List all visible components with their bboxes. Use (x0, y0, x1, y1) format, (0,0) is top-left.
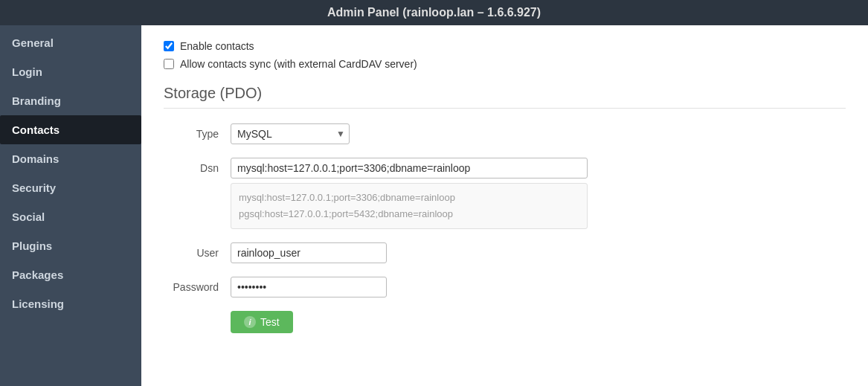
app-header: Admin Panel (rainloop.lan – 1.6.6.927) (0, 0, 868, 25)
sidebar-item-packages[interactable]: Packages (0, 260, 141, 289)
sidebar-item-branding[interactable]: Branding (0, 86, 141, 115)
test-control-wrap: i Test (231, 311, 588, 333)
sidebar-item-licensing[interactable]: Licensing (0, 289, 141, 318)
main-content: Enable contacts Allow contacts sync (wit… (141, 25, 868, 386)
sidebar: GeneralLoginBrandingContactsDomainsSecur… (0, 25, 141, 386)
password-group: Password (164, 277, 846, 297)
dsn-hints: mysql:host=127.0.0.1;port=3306;dbname=ra… (231, 183, 588, 229)
type-select-wrapper[interactable]: MySQL PostgreSQL SQLite ▼ (231, 123, 350, 144)
user-group: User (164, 242, 846, 263)
dsn-group: Dsn mysql:host=127.0.0.1;port=3306;dbnam… (164, 158, 846, 229)
dsn-hint-1: mysql:host=127.0.0.1;port=3306;dbname=ra… (239, 190, 579, 206)
enable-contacts-checkbox[interactable] (164, 41, 174, 51)
dsn-control-wrap: mysql:host=127.0.0.1;port=3306;dbname=ra… (231, 158, 588, 229)
user-control-wrap (231, 242, 588, 263)
header-title: Admin Panel (rainloop.lan – 1.6.6.927) (327, 6, 541, 19)
dsn-label: Dsn (164, 158, 231, 174)
storage-section-title: Storage (PDO) (164, 85, 846, 109)
dsn-hint-2: pgsql:host=127.0.0.1;port=5432;dbname=ra… (239, 206, 579, 222)
password-input[interactable] (231, 277, 387, 297)
enable-contacts-label: Enable contacts (180, 40, 254, 52)
info-icon: i (244, 316, 256, 328)
checkboxes-section: Enable contacts Allow contacts sync (wit… (164, 40, 846, 70)
test-button[interactable]: i Test (231, 311, 293, 333)
password-label: Password (164, 277, 231, 293)
sidebar-item-general[interactable]: General (0, 28, 141, 57)
allow-sync-checkbox[interactable] (164, 59, 174, 69)
type-label: Type (164, 123, 231, 140)
type-select[interactable]: MySQL PostgreSQL SQLite (231, 123, 350, 144)
user-label: User (164, 242, 231, 259)
type-control-wrap: MySQL PostgreSQL SQLite ▼ (231, 123, 588, 144)
sidebar-item-social[interactable]: Social (0, 202, 141, 231)
password-control-wrap (231, 277, 588, 297)
dsn-input[interactable] (231, 158, 588, 178)
sidebar-item-plugins[interactable]: Plugins (0, 231, 141, 260)
test-group: i Test (164, 311, 846, 333)
allow-sync-label: Allow contacts sync (with external CardD… (180, 58, 417, 70)
sidebar-item-login[interactable]: Login (0, 57, 141, 86)
test-spacer (164, 311, 231, 315)
enable-contacts-row[interactable]: Enable contacts (164, 40, 846, 52)
sidebar-item-contacts[interactable]: Contacts (0, 115, 141, 144)
user-input[interactable] (231, 242, 387, 263)
sidebar-item-security[interactable]: Security (0, 173, 141, 202)
type-group: Type MySQL PostgreSQL SQLite ▼ (164, 123, 846, 144)
allow-sync-row[interactable]: Allow contacts sync (with external CardD… (164, 58, 846, 70)
test-button-label: Test (260, 316, 280, 328)
sidebar-item-domains[interactable]: Domains (0, 144, 141, 173)
